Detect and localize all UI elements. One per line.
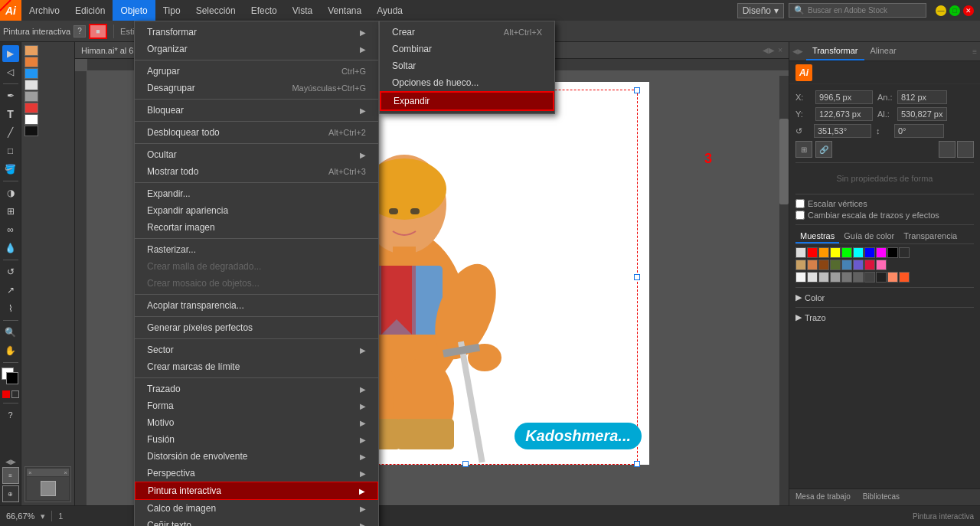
type-tool[interactable]: T xyxy=(2,106,19,123)
zoom-tool[interactable]: 🔍 xyxy=(2,324,19,341)
menu-fusion[interactable]: Fusión ▶ xyxy=(135,431,378,448)
direct-select-tool[interactable]: ◁ xyxy=(2,64,19,80)
tab-alinear[interactable]: Alinear xyxy=(864,42,903,60)
panel-menu-icon[interactable]: ≡ xyxy=(972,47,977,56)
color-cell-orange[interactable] xyxy=(818,247,829,258)
swatch-lightgray[interactable] xyxy=(24,80,38,90)
eyedropper-tool[interactable]: 💧 xyxy=(2,240,19,256)
minimize-button[interactable]: — xyxy=(936,5,946,16)
menu-marcas[interactable]: Crear marcas de límite xyxy=(135,358,378,375)
menu-organizar[interactable]: Organizar ▶ xyxy=(135,41,378,57)
menu-desagrupar[interactable]: Desagrupar Mayúsculas+Ctrl+G xyxy=(135,80,378,96)
cc1[interactable] xyxy=(795,260,806,270)
menu-sector[interactable]: Sector ▶ xyxy=(135,341,378,358)
cg4[interactable] xyxy=(830,272,841,283)
menu-pixeles[interactable]: Generar píxeles perfectos xyxy=(135,319,378,336)
tab-mesa[interactable]: Mesa de trabajo xyxy=(789,489,857,505)
menu-forma[interactable]: Forma ▶ xyxy=(135,397,378,414)
cc6[interactable] xyxy=(853,260,864,270)
pi-soltar[interactable]: Soltar xyxy=(380,57,554,74)
menu-bloquear[interactable]: Bloquear ▶ xyxy=(135,102,378,119)
menu-transformar[interactable]: Transformar ▶ xyxy=(135,24,378,41)
search-box[interactable]: 🔍 Buscar en Adobe Stock xyxy=(789,3,926,18)
menu-expandir-ap[interactable]: Expandir apariencia xyxy=(135,202,378,219)
color-cell-cyan[interactable] xyxy=(853,247,864,258)
menu-vista[interactable]: Vista xyxy=(285,0,320,21)
menu-distorsion[interactable]: Distorsión de envolvente ▶ xyxy=(135,448,378,465)
extra-tool-btn[interactable]: ≡ xyxy=(2,467,19,484)
scale-strokes-check[interactable] xyxy=(795,211,805,220)
menu-tipo[interactable]: Tipo xyxy=(155,0,188,21)
menu-ayuda[interactable]: Ayuda xyxy=(369,0,410,21)
pen-tool[interactable]: ✒ xyxy=(2,87,19,104)
color-cell-none[interactable] xyxy=(899,247,910,258)
w-input[interactable] xyxy=(897,90,947,104)
mini-close-icon[interactable]: × xyxy=(28,469,32,476)
panel-collapse-btn[interactable]: ◀▶ xyxy=(763,46,775,54)
swatch-orange[interactable] xyxy=(24,45,38,56)
menu-pintura-interactiva[interactable]: Pintura interactiva ▶ xyxy=(135,482,378,500)
color-cell-white[interactable] xyxy=(795,247,806,258)
color-cell-magenta[interactable] xyxy=(876,247,887,258)
cg9[interactable] xyxy=(887,272,898,283)
select-tool[interactable]: ▶ xyxy=(2,45,19,62)
paint-bucket-tool[interactable]: 🪣 xyxy=(2,161,19,178)
warp-tool[interactable]: ⌇ xyxy=(2,300,19,317)
blend-tool[interactable]: ∞ xyxy=(2,221,19,238)
swatch-darkorange[interactable] xyxy=(24,57,38,67)
tab-transformar[interactable]: Transformar xyxy=(806,42,864,60)
menu-trazado[interactable]: Trazado ▶ xyxy=(135,381,378,397)
menu-cenir[interactable]: Ceñir texto ▶ xyxy=(135,517,378,526)
cc8[interactable] xyxy=(876,260,887,270)
menu-recortar[interactable]: Recortar imagen xyxy=(135,219,378,236)
color-cell-yellow[interactable] xyxy=(830,247,841,258)
cg2[interactable] xyxy=(807,272,818,283)
color-cell-blue[interactable] xyxy=(864,247,875,258)
menu-objeto[interactable]: Objeto xyxy=(113,0,155,21)
help-tool[interactable]: ? xyxy=(2,407,19,423)
pi-combinar[interactable]: Combinar xyxy=(380,41,554,57)
cg6[interactable] xyxy=(853,272,864,283)
cc2[interactable] xyxy=(807,260,818,270)
menu-ventana[interactable]: Ventana xyxy=(320,0,369,21)
maximize-button[interactable]: □ xyxy=(949,5,960,16)
menu-desbloquear[interactable]: Desbloquear todo Alt+Ctrl+2 xyxy=(135,124,378,141)
expand-icon[interactable]: ▶ xyxy=(795,292,802,302)
cg1[interactable] xyxy=(795,272,806,283)
tab-bibliotecas[interactable]: Bibliotecas xyxy=(857,489,906,505)
x-input[interactable] xyxy=(815,90,873,104)
extra-tool-btn2[interactable]: ⊕ xyxy=(2,485,19,502)
swatch-gray[interactable] xyxy=(24,91,38,102)
swatch-red[interactable] xyxy=(24,103,38,113)
cc7[interactable] xyxy=(864,260,875,270)
color-cell-black[interactable] xyxy=(887,247,898,258)
scale-vertices-check[interactable] xyxy=(795,199,805,208)
menu-edicion[interactable]: Edición xyxy=(67,0,113,21)
color-cell-green[interactable] xyxy=(841,247,852,258)
workspace-dropdown[interactable]: Diseño ▾ xyxy=(737,3,784,18)
rotation-input[interactable] xyxy=(814,124,871,138)
menu-calco[interactable]: Calco de imagen ▶ xyxy=(135,500,378,517)
mini-expand-icon[interactable]: × xyxy=(64,469,67,476)
rotate-tool[interactable]: ↺ xyxy=(2,263,19,280)
cc3[interactable] xyxy=(818,260,829,270)
cg8[interactable] xyxy=(876,272,887,283)
close-button[interactable]: ✕ xyxy=(963,5,974,16)
line-tool[interactable]: ╱ xyxy=(2,124,19,141)
question-btn[interactable]: ? xyxy=(74,25,86,38)
cc4[interactable] xyxy=(830,260,841,270)
mesh-tool[interactable]: ⊞ xyxy=(2,203,19,220)
menu-ocultar[interactable]: Ocultar ▶ xyxy=(135,146,378,163)
menu-rasterizar[interactable]: Rasterizar... xyxy=(135,241,378,258)
menu-efecto[interactable]: Efecto xyxy=(243,0,285,21)
color-cell-red[interactable] xyxy=(807,247,818,258)
constrain-icon[interactable]: ⊞ xyxy=(795,141,812,158)
no-fill-btn[interactable] xyxy=(11,390,19,398)
pi-opciones[interactable]: Opciones de hueco... xyxy=(380,74,554,91)
hand-tool[interactable]: ✋ xyxy=(2,342,19,359)
swatch-blue[interactable] xyxy=(24,68,38,79)
flip-h-icon[interactable] xyxy=(939,141,956,158)
swatch-white[interactable] xyxy=(24,114,38,125)
swatch-black[interactable] xyxy=(24,126,38,136)
link-icon[interactable]: 🔗 xyxy=(815,141,832,158)
